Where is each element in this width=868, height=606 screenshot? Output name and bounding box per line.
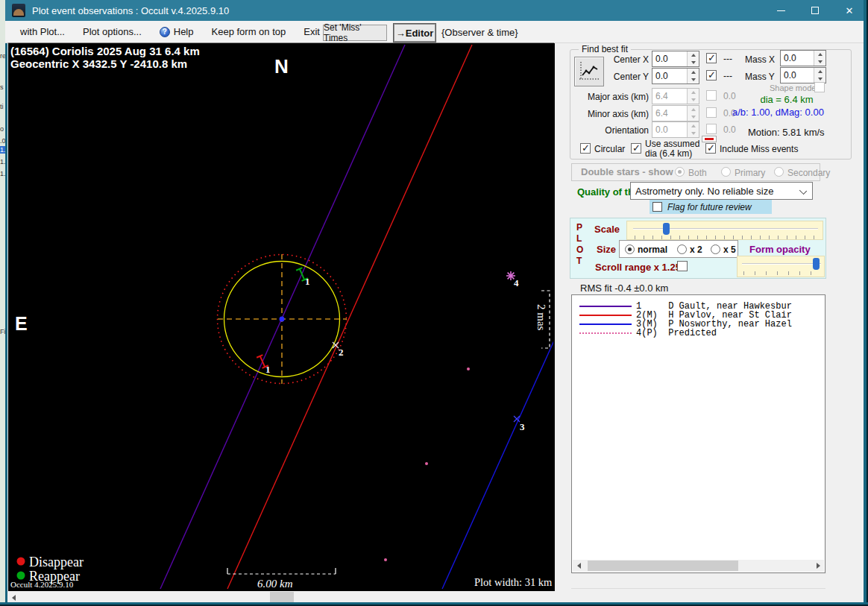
mass-x-input[interactable]: 0.0 [780, 50, 826, 66]
close-button[interactable]: ✕ [832, 0, 867, 21]
radio-both[interactable] [675, 167, 685, 177]
circular-label: Circular [594, 144, 625, 154]
circular-checkbox[interactable] [580, 143, 591, 154]
app-icon [12, 4, 25, 17]
size-normal-label: normal [638, 244, 667, 255]
orientation-checkbox[interactable] [706, 124, 717, 134]
center-x-label: Center X [589, 54, 649, 65]
occultation-plot-canvas[interactable]: 1 1 2 3 4 (16564) Coriolis 2025 Aug 31 6… [7, 42, 554, 591]
shape-model-label: Shape model [770, 83, 818, 92]
scale-slider-track[interactable] [633, 228, 818, 230]
center-x-spinner[interactable] [687, 51, 699, 66]
include-miss-checkbox[interactable] [705, 143, 716, 154]
opacity-slider-track[interactable] [742, 263, 821, 265]
scale-slider[interactable] [626, 221, 823, 240]
listbox-hscrollbar[interactable] [573, 560, 824, 572]
plot-letter-t: T [576, 256, 582, 266]
plot-letter-o: O [576, 244, 583, 255]
size-x5-label: x 5 [723, 244, 736, 255]
sliver-text: s [0, 83, 4, 91]
predicted-dot [425, 462, 428, 465]
radio-both-label: Both [688, 168, 707, 178]
center-y-spinner[interactable] [687, 69, 699, 83]
minimize-icon [777, 10, 785, 11]
predicted-dot [467, 367, 470, 370]
maximize-button[interactable] [798, 0, 832, 21]
observer-listbox[interactable]: 1 D Gault, near Hawkesbur 2(M) H Pavlov,… [571, 294, 825, 573]
ab-dmag-label: a/b: 1.00, dMag: 0.00 [732, 107, 824, 118]
plot-title-line1: (16564) Coriolis 2025 Aug 31 6.4 km [10, 45, 200, 57]
menu-help[interactable]: ? Help [151, 21, 203, 42]
sliver-text: .0 [0, 137, 5, 145]
scale-label: Scale [594, 224, 620, 235]
mass-x-spinner[interactable] [814, 51, 825, 66]
use-assumed-checkbox[interactable] [631, 143, 641, 154]
mass-y-input[interactable]: 0.0 [780, 67, 826, 83]
center-x-checkbox[interactable] [706, 53, 717, 63]
opacity-slider[interactable] [737, 256, 825, 277]
sliver-selected-row: 1. [0, 146, 5, 154]
size-normal-radio[interactable] [625, 244, 635, 254]
menu-keep-on-top[interactable]: Keep form on top [203, 21, 295, 42]
size-x5-radio[interactable] [711, 244, 720, 254]
observer-row[interactable]: 4(P) Predicted [579, 329, 825, 338]
marker-label-1r: 1 [305, 276, 310, 287]
flag-review-row: Flag for future review [650, 200, 772, 214]
minimize-button[interactable] [764, 0, 798, 21]
scroll-left-arrow-icon[interactable] [573, 560, 585, 572]
hscroll-thumb[interactable] [270, 592, 294, 603]
chord-color-swatch-icon [702, 136, 717, 142]
sliver-text: ti [0, 103, 4, 110]
orientation-input[interactable]: 0.0 [652, 121, 699, 138]
scale-slider-thumb[interactable] [663, 223, 670, 235]
chord-2-pavlov [227, 45, 472, 589]
scroll-range-checkbox[interactable] [677, 261, 688, 271]
menu-with-plot[interactable]: with Plot... [11, 21, 74, 42]
scroll-right-arrow-icon[interactable] [812, 560, 824, 572]
close-icon: ✕ [846, 5, 854, 16]
mas-label: 2 mas [535, 304, 547, 331]
east-label: E [15, 313, 28, 334]
center-y-dash: --- [723, 71, 732, 81]
center-y-checkbox[interactable] [706, 70, 717, 81]
size-x2-label: x 2 [690, 244, 702, 255]
mass-x-label: Mass X [745, 54, 775, 65]
major-axis-spinner[interactable] [687, 89, 699, 104]
set-miss-times-button[interactable]: Set 'Miss' Times [323, 25, 387, 41]
chord-4-line-swatch [579, 332, 632, 334]
orientation-spinner[interactable] [687, 122, 699, 137]
chord-1-line-swatch [579, 306, 632, 307]
opacity-slider-thumb[interactable] [813, 258, 820, 270]
quality-combobox[interactable]: Astrometry only. No reliable size [630, 182, 813, 200]
listbox-hscroll-thumb[interactable] [588, 561, 738, 571]
menu-plot-options[interactable]: Plot options... [74, 21, 151, 42]
legend-disappear: Disappear [29, 555, 84, 569]
center-y-label: Center Y [589, 72, 649, 82]
predicted-chord-4 [384, 271, 515, 561]
minor-axis-spinner[interactable] [687, 106, 699, 121]
north-label: N [274, 55, 289, 78]
major-axis-alt: 0.0 [723, 91, 736, 101]
disappear-legend-dot [17, 558, 25, 566]
major-axis-label: Major axis (km) [574, 92, 649, 102]
flag-review-checkbox[interactable] [652, 202, 662, 212]
chord-3-line-swatch [579, 323, 632, 325]
editor-button[interactable]: →Editor [393, 23, 436, 42]
radio-primary[interactable] [721, 167, 731, 177]
center-x-dash: --- [723, 54, 732, 64]
center-y-input[interactable]: 0.0 [652, 68, 699, 84]
shape-model-checkbox[interactable] [814, 82, 825, 92]
marker-label-3: 3 [520, 421, 525, 432]
size-x2-radio[interactable] [677, 244, 687, 254]
minor-axis-input[interactable]: 6.4 [652, 105, 699, 121]
radio-secondary[interactable] [774, 167, 784, 177]
chevron-down-icon [799, 187, 807, 195]
rms-fit-label: RMS fit -0.4 ±0.0 km [580, 283, 668, 294]
title-bar[interactable]: Plot event observations : Occult v.4.202… [5, 0, 867, 21]
marker-label-4: 4 [514, 277, 519, 288]
mass-y-spinner[interactable] [814, 68, 825, 83]
minor-axis-checkbox[interactable] [706, 107, 717, 118]
major-axis-checkbox[interactable] [706, 90, 717, 101]
major-axis-input[interactable]: 6.4 [652, 88, 699, 104]
center-x-input[interactable]: 0.0 [652, 51, 699, 67]
